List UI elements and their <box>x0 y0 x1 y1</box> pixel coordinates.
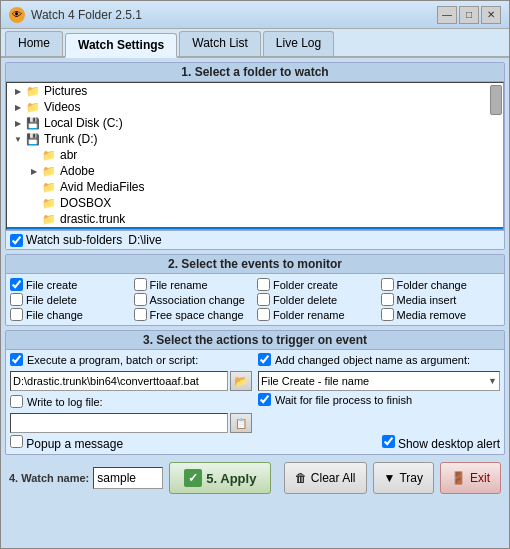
script-row: 📂 <box>10 371 252 391</box>
drive-icon <box>25 132 41 146</box>
close-button[interactable]: ✕ <box>481 6 501 24</box>
tree-item[interactable]: Avid MediaFiles <box>7 179 503 195</box>
folder-icon <box>25 84 41 98</box>
popup-label[interactable]: Popup a message <box>10 435 123 451</box>
tree-arrow <box>27 212 41 226</box>
title-controls: — □ ✕ <box>437 6 501 24</box>
write-log-checkbox[interactable] <box>10 395 23 408</box>
event-checkbox[interactable] <box>10 278 23 291</box>
event-label: Folder create <box>273 279 338 291</box>
folder-icon <box>41 180 57 194</box>
event-checkbox[interactable] <box>381 293 394 306</box>
event-item: Folder delete <box>257 293 377 306</box>
col-left: Execute a program, batch or script: 📂 Wr… <box>10 353 252 435</box>
event-checkbox[interactable] <box>381 278 394 291</box>
section3-body: Execute a program, batch or script: 📂 Wr… <box>6 350 504 454</box>
event-checkbox[interactable] <box>134 308 147 321</box>
event-item: Folder rename <box>257 308 377 321</box>
event-checkbox[interactable] <box>134 293 147 306</box>
scrollbar-thumb[interactable] <box>490 85 502 115</box>
add-object-label: Add changed object name as argument: <box>275 354 470 366</box>
main-window: 👁 Watch 4 Folder 2.5.1 — □ ✕ Home Watch … <box>0 0 510 549</box>
log-browse-button[interactable]: 📋 <box>230 413 252 433</box>
event-item: File create <box>10 278 130 291</box>
maximize-button[interactable]: □ <box>459 6 479 24</box>
watch-subfolders-checkbox[interactable] <box>10 234 23 247</box>
event-item: Media remove <box>381 308 501 321</box>
tab-bar: Home Watch Settings Watch List Live Log <box>1 29 509 58</box>
tree-arrow <box>27 180 41 194</box>
tree-item[interactable]: Videos <box>7 99 503 115</box>
wait-label: Wait for file process to finish <box>275 394 412 406</box>
folder-tree[interactable]: PicturesVideosLocal Disk (C:)Trunk (D:)a… <box>6 82 504 230</box>
tree-item-label: live <box>60 228 78 230</box>
tree-item-label: Trunk (D:) <box>44 132 98 146</box>
minimize-button[interactable]: — <box>437 6 457 24</box>
event-label: Free space change <box>150 309 244 321</box>
tree-item[interactable]: live <box>7 227 503 230</box>
event-checkbox[interactable] <box>257 278 270 291</box>
tree-item[interactable]: abr <box>7 147 503 163</box>
popup-checkbox[interactable] <box>10 435 23 448</box>
event-item: Folder create <box>257 278 377 291</box>
wait-row: Wait for file process to finish <box>258 393 500 406</box>
watch-path: D:\live <box>128 233 161 247</box>
event-checkbox[interactable] <box>257 308 270 321</box>
tab-watch-settings[interactable]: Watch Settings <box>65 33 177 58</box>
title-bar: 👁 Watch 4 Folder 2.5.1 — □ ✕ <box>1 1 509 29</box>
tree-item-label: drastic.trunk <box>60 212 125 226</box>
event-item: Folder change <box>381 278 501 291</box>
tree-item[interactable]: Pictures <box>7 83 503 99</box>
tray-button[interactable]: ▼ Tray <box>373 462 434 494</box>
event-checkbox[interactable] <box>381 308 394 321</box>
tree-item[interactable]: Adobe <box>7 163 503 179</box>
section1-title: 1. Select a folder to watch <box>6 63 504 82</box>
tree-arrow <box>11 100 25 114</box>
section1-folder: 1. Select a folder to watch PicturesVide… <box>5 62 505 250</box>
event-label: File delete <box>26 294 77 306</box>
tree-item[interactable]: Local Disk (C:) <box>7 115 503 131</box>
event-checkbox[interactable] <box>10 308 23 321</box>
tree-item[interactable]: drastic.trunk <box>7 211 503 227</box>
event-label: File create <box>26 279 77 291</box>
log-input[interactable] <box>10 413 228 433</box>
tree-item[interactable]: DOSBOX <box>7 195 503 211</box>
browse-button[interactable]: 📂 <box>230 371 252 391</box>
add-object-row: Add changed object name as argument: <box>258 353 500 366</box>
tab-live-log[interactable]: Live Log <box>263 31 334 56</box>
apply-button[interactable]: ✓ 5. Apply <box>169 462 271 494</box>
watch-name-input[interactable] <box>93 467 163 489</box>
object-dropdown[interactable]: File Create - file name <box>258 371 500 391</box>
event-item: Association change <box>134 293 254 306</box>
tree-item-label: DOSBOX <box>60 196 111 210</box>
write-log-label: Write to log file: <box>27 396 103 408</box>
event-checkbox[interactable] <box>134 278 147 291</box>
script-input[interactable] <box>10 371 228 391</box>
event-checkbox[interactable] <box>10 293 23 306</box>
event-item: Media insert <box>381 293 501 306</box>
add-object-checkbox[interactable] <box>258 353 271 366</box>
watch-subfolders-label[interactable]: Watch sub-folders <box>10 233 122 247</box>
window-title: Watch 4 Folder 2.5.1 <box>31 8 437 22</box>
wait-checkbox[interactable] <box>258 393 271 406</box>
event-label: Folder change <box>397 279 467 291</box>
tab-watch-list[interactable]: Watch List <box>179 31 261 56</box>
section3-actions: 3. Select the actions to trigger on even… <box>5 330 505 455</box>
event-item: File change <box>10 308 130 321</box>
desktop-alert-label[interactable]: Show desktop alert <box>382 435 500 451</box>
tree-item[interactable]: Trunk (D:) <box>7 131 503 147</box>
popup-row: Popup a message Show desktop alert <box>10 435 500 451</box>
tab-home[interactable]: Home <box>5 31 63 56</box>
section3-title: 3. Select the actions to trigger on even… <box>6 331 504 350</box>
apply-label: 5. Apply <box>206 471 256 486</box>
event-checkbox[interactable] <box>257 293 270 306</box>
desktop-alert-checkbox[interactable] <box>382 435 395 448</box>
actions-two-col: Execute a program, batch or script: 📂 Wr… <box>10 353 500 435</box>
execute-checkbox[interactable] <box>10 353 23 366</box>
tree-arrow <box>11 84 25 98</box>
clear-all-button[interactable]: 🗑 Clear All <box>284 462 367 494</box>
exit-button[interactable]: 🚪 Exit <box>440 462 501 494</box>
event-label: Folder rename <box>273 309 345 321</box>
check-icon: ✓ <box>184 469 202 487</box>
events-grid: File createFile renameFolder createFolde… <box>6 274 504 325</box>
